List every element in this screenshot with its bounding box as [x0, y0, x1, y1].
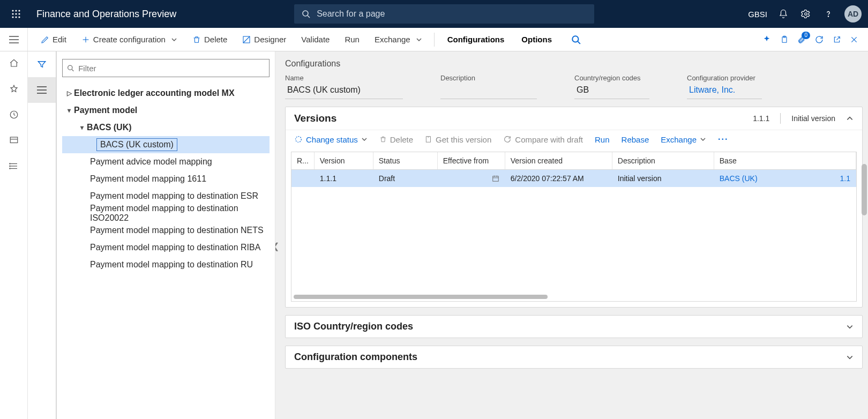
nav-toggle-icon[interactable]: [0, 28, 28, 51]
col-version[interactable]: Version: [314, 152, 373, 170]
versions-summary-version: 1.1.1: [753, 114, 769, 123]
splitter-handle[interactable]: ❮: [275, 235, 278, 257]
modules-icon[interactable]: [6, 159, 21, 174]
collapse-icon[interactable]: ▾: [64, 107, 74, 114]
help-icon[interactable]: [822, 8, 835, 20]
global-search-input[interactable]: [317, 9, 587, 19]
svg-point-12: [828, 16, 828, 17]
tree-node-riba[interactable]: Payment model mapping to destination RIB…: [62, 239, 270, 256]
svg-line-10: [308, 16, 310, 18]
grid-row[interactable]: 1.1.1 Draft 6/2/2020 07:22:57 AM Initial…: [291, 170, 856, 188]
collapse-icon[interactable]: ▾: [77, 124, 87, 131]
cell-version[interactable]: 1.1.1: [314, 170, 373, 188]
svg-point-0: [12, 10, 13, 11]
tree-node-bacs-uk[interactable]: ▾ BACS (UK): [62, 119, 270, 136]
cell-created[interactable]: 6/2/2020 07:22:57 AM: [505, 170, 612, 188]
calendar-icon[interactable]: [492, 175, 499, 182]
versions-run-button[interactable]: Run: [595, 135, 610, 144]
settings-icon[interactable]: [799, 8, 812, 20]
notifications-icon[interactable]: [777, 8, 790, 20]
list-pane-icon[interactable]: [28, 77, 56, 103]
tree-node-mx[interactable]: ▷ Electronic ledger accounting model MX: [62, 85, 270, 102]
components-header[interactable]: Configuration components: [286, 346, 862, 368]
change-status-button[interactable]: Change status: [294, 135, 368, 144]
col-effective[interactable]: Effective from: [437, 152, 505, 170]
tree-node-iso[interactable]: Payment model mapping to destination ISO…: [62, 205, 270, 222]
svg-point-6: [12, 16, 13, 18]
tree-filter-input[interactable]: [78, 64, 265, 73]
delete-button[interactable]: Delete: [185, 28, 235, 51]
col-base[interactable]: Base: [714, 152, 856, 170]
scrollbar-thumb[interactable]: [862, 164, 867, 215]
svg-point-33: [9, 168, 10, 169]
field-name-label: Name: [285, 74, 403, 82]
svg-point-37: [68, 65, 72, 70]
versions-grid[interactable]: R... Version Status Effective from Versi…: [291, 152, 857, 302]
field-country-value[interactable]: GB: [574, 84, 649, 99]
get-version-button: Get this version: [425, 135, 491, 144]
secondary-rail: [28, 51, 57, 419]
create-configuration-button[interactable]: Create configuration: [74, 28, 185, 51]
chevron-down-icon: [361, 136, 368, 143]
popout-icon[interactable]: [833, 35, 841, 44]
tab-options[interactable]: Options: [513, 28, 560, 51]
user-avatar[interactable]: AD: [844, 5, 862, 23]
clipboard-icon[interactable]: [780, 35, 789, 44]
versions-exchange-button[interactable]: Exchange: [661, 135, 706, 144]
cell-base[interactable]: BACS (UK) 1.1: [714, 170, 856, 188]
chevron-up-icon: [846, 115, 854, 122]
validate-button[interactable]: Validate: [294, 28, 337, 51]
action-bar: Edit Create configuration Delete Designe…: [0, 28, 868, 51]
search-icon: [67, 64, 74, 72]
col-r[interactable]: R...: [291, 152, 314, 170]
cell-description[interactable]: Initial version: [612, 170, 714, 188]
col-created[interactable]: Version created: [505, 152, 612, 170]
attachments-icon[interactable]: 0: [797, 35, 806, 44]
tree-node-ru[interactable]: Payment model mapping to destination RU: [62, 256, 270, 273]
close-icon[interactable]: [850, 35, 858, 44]
refresh-icon[interactable]: [814, 35, 824, 44]
expand-icon[interactable]: ▷: [64, 89, 74, 97]
cell-status[interactable]: Draft: [373, 170, 437, 188]
chevron-down-icon: [700, 136, 706, 143]
app-launcher-icon[interactable]: [6, 4, 26, 24]
home-icon[interactable]: [6, 56, 21, 71]
tree-filter[interactable]: [62, 59, 270, 77]
copilot-icon[interactable]: [762, 35, 772, 44]
cell-effective[interactable]: [437, 170, 505, 188]
config-tree: ▷ Electronic ledger accounting model MX …: [62, 85, 270, 273]
svg-point-32: [9, 166, 10, 167]
field-provider-label: Configuration provider: [687, 74, 762, 82]
tree-node-bacs-uk-custom[interactable]: BACS (UK custom): [62, 136, 270, 153]
edit-button[interactable]: Edit: [33, 28, 74, 51]
versions-card-header[interactable]: Versions 1.1.1 Initial version: [286, 107, 862, 130]
workspaces-icon[interactable]: [6, 133, 21, 148]
tree-node-1611[interactable]: Payment model mapping 1611: [62, 170, 270, 188]
cell-r[interactable]: [291, 170, 314, 188]
field-provider-value[interactable]: Litware, Inc.: [687, 84, 762, 99]
tree-node-advice[interactable]: Payment advice model mapping: [62, 153, 270, 170]
tree-node-nets[interactable]: Payment model mapping to destination NET…: [62, 222, 270, 239]
header-right-icons: GBSI AD: [748, 5, 862, 23]
favorites-icon[interactable]: [6, 81, 21, 96]
horizontal-scrollbar[interactable]: [294, 295, 548, 299]
field-country: Country/region codes GB: [574, 74, 649, 99]
company-picker[interactable]: GBSI: [748, 10, 767, 19]
col-status[interactable]: Status: [373, 152, 437, 170]
field-description-value[interactable]: [440, 84, 537, 99]
actionbar-search-icon[interactable]: [571, 35, 581, 44]
global-search[interactable]: [294, 4, 594, 24]
field-name-value[interactable]: BACS (UK custom): [285, 84, 403, 99]
filter-pane-icon[interactable]: [28, 51, 56, 77]
tab-configurations[interactable]: Configurations: [439, 28, 513, 51]
svg-point-3: [12, 13, 13, 14]
run-button[interactable]: Run: [337, 28, 367, 51]
recent-icon[interactable]: [6, 107, 21, 122]
rebase-button[interactable]: Rebase: [622, 135, 649, 144]
exchange-button[interactable]: Exchange: [367, 28, 430, 51]
more-actions-icon[interactable]: ···: [718, 134, 728, 144]
col-description[interactable]: Description: [612, 152, 714, 170]
designer-button[interactable]: Designer: [235, 28, 294, 51]
tree-node-payment-model[interactable]: ▾ Payment model: [62, 102, 270, 119]
iso-codes-header[interactable]: ISO Country/region codes: [286, 316, 862, 338]
